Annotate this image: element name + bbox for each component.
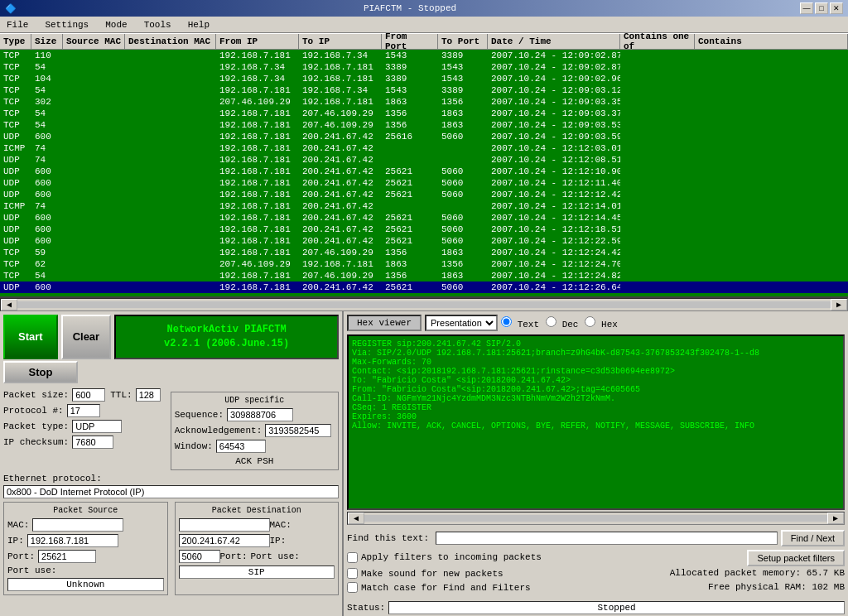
radio-dec[interactable] [546,316,556,327]
match-case-checkbox[interactable] [347,582,358,593]
close-button[interactable]: ✕ [830,2,843,14]
app-info-box: NetworkActiv PIAFCTM v2.2.1 (2006.June.1… [114,315,339,359]
col-src-mac: Source MAC [63,34,125,49]
col-type: Type [0,34,31,49]
packet-size-value[interactable] [72,388,105,402]
packet-type-value[interactable] [72,420,122,433]
table-row[interactable]: ICMP74192.168.7.181200.241.67.422007.10.… [0,142,848,154]
menu-mode[interactable]: Mode [102,19,130,31]
window-value[interactable] [216,440,266,453]
table-row[interactable]: UDP600192.168.7.181200.241.67.4225621506… [0,282,848,293]
src-mac-row: MAC: [7,518,164,532]
table-row[interactable]: TCP54192.168.7.181207.46.109.29135618632… [0,119,848,131]
table-row[interactable]: TCP104192.168.7.34192.168.7.181338915432… [0,73,848,84]
stop-button[interactable]: Stop [3,361,78,383]
sequence-value[interactable] [227,408,293,421]
ethernet-protocol-section: Ethernet protocol: [3,474,339,498]
src-portuse-value: Unknown [7,578,164,591]
menu-help[interactable]: Help [185,19,213,31]
col-to-ip: To IP [299,34,382,49]
dst-mac-row: MAC: [179,518,335,532]
ttl-value[interactable] [136,388,161,402]
status-bar: Status: Stopped [347,601,845,614]
dst-port-input[interactable] [179,550,220,563]
sequence-row: Sequence: [175,408,335,421]
table-row[interactable]: UDP600192.168.7.181200.241.67.4225621506… [0,189,848,200]
dst-mac-label: MAC: [270,520,292,530]
checkbox-row-1: Apply filters to incoming packets Setup … [347,550,845,566]
src-ip-input[interactable] [27,534,118,547]
menu-settings[interactable]: Settings [41,19,92,31]
match-case-label: Match case for Find and Filters [361,583,531,593]
find-next-button[interactable]: Find / Next [781,530,845,546]
table-row[interactable]: TCP54192.168.7.181192.168.7.341543338920… [0,84,848,96]
table-row[interactable]: UDP600192.168.7.181200.241.67.4225621506… [0,212,848,224]
table-row[interactable]: UDP600192.168.7.181200.241.67.4225616506… [0,131,848,142]
scroll-track[interactable] [17,301,831,308]
src-port-row: Port: [7,550,164,563]
apply-filters-checkbox[interactable] [347,552,358,563]
menu-file[interactable]: File [3,19,31,31]
table-row[interactable]: TCP54192.168.7.181207.46.109.29135618632… [0,270,848,282]
maximize-button[interactable]: □ [815,2,828,14]
protocol-row: Protocol #: [3,404,161,417]
packet-size-row: Packet size: TTL: [3,388,161,402]
dst-mac-input[interactable] [179,518,270,532]
eth-protocol-value[interactable] [3,485,339,498]
clear-button[interactable]: Clear [61,315,112,359]
packet-list[interactable]: TCP110192.168.7.181192.168.7.34154333892… [0,50,848,298]
radio-hex[interactable] [585,316,595,327]
menu-tools[interactable]: Tools [141,19,175,31]
hex-scrollbar[interactable]: ◀ ▶ [347,512,845,525]
packet-dest-title: Packet Destination [179,506,335,515]
dst-ip-input[interactable] [179,534,270,547]
col-to-port: To Port [438,34,488,49]
ack-label: Acknowledgement: [175,426,263,436]
packet-source-box: Packet Source MAC: IP: Port: Port use: U… [3,502,168,595]
hex-scroll-left[interactable]: ◀ [348,513,364,524]
title-bar-title: PIAFCTM - Stopped [364,3,456,13]
setup-filters-button[interactable]: Setup packet filters [747,550,845,566]
hex-scroll-right[interactable]: ▶ [827,513,844,524]
tab-hex-viewer[interactable]: Hex viewer [347,315,422,331]
radio-dec-label[interactable]: Dec [546,316,578,330]
menu-bar: File Settings Mode Tools Help [0,17,848,33]
table-row[interactable]: ICMP74192.168.7.181200.241.67.422007.10.… [0,200,848,212]
button-row-1: Start Clear NetworkActiv PIAFCTM v2.2.1 … [3,315,339,359]
radio-text-label[interactable]: Text [501,316,539,330]
table-row[interactable]: TCP62207.46.109.29192.168.7.181186313562… [0,258,848,270]
table-row[interactable]: UDP600192.168.7.181200.241.67.4225621506… [0,235,848,247]
table-row[interactable]: UDP74192.168.7.181200.241.67.422007.10.2… [0,154,848,166]
make-sound-checkbox[interactable] [347,568,358,579]
table-row[interactable]: UDP600192.168.7.181200.241.67.4225621506… [0,166,848,177]
src-mac-input[interactable] [32,518,123,532]
protocol-value[interactable] [67,404,100,417]
scroll-right-btn[interactable]: ▶ [831,299,847,310]
table-row[interactable]: TCP110192.168.7.181192.168.7.34154333892… [0,50,848,61]
ack-value[interactable] [265,424,331,437]
packet-list-scrollbar[interactable]: ◀ ▶ [0,298,848,311]
find-input[interactable] [436,532,778,545]
table-row[interactable]: TCP54192.168.7.34192.168.7.1813389154320… [0,61,848,73]
start-button[interactable]: Start [3,315,58,359]
table-row[interactable]: TCP59192.168.7.181207.46.109.29135618632… [0,247,848,258]
src-mac-label: MAC: [7,520,29,530]
table-row[interactable]: UDP600192.168.7.181200.241.67.4225621506… [0,224,848,235]
presentation-select[interactable]: Presentation [425,315,498,331]
status-value: Stopped [388,601,845,614]
scroll-left-btn[interactable]: ◀ [1,299,17,310]
udp-title: UDP specific [175,396,335,405]
protocol-label: Protocol #: [3,406,64,416]
radio-text[interactable] [501,316,512,327]
table-row[interactable]: UDP600192.168.7.181200.241.67.4225621506… [0,177,848,189]
src-port-label: Port: [7,551,35,561]
table-row[interactable]: TCP302207.46.109.29192.168.7.18118631356… [0,96,848,108]
hex-viewer-content: REGISTER sip:200.241.67.42 SIP/2.0 Via: … [347,334,845,510]
minimize-button[interactable]: — [800,2,813,14]
hex-scroll-track[interactable] [364,515,827,522]
table-row[interactable]: TCP54192.168.7.181207.46.109.29135618632… [0,108,848,119]
match-case-row: Match case for Find and Filters [347,582,531,593]
src-port-input[interactable] [38,550,96,563]
radio-hex-label[interactable]: Hex [585,316,617,330]
ip-checksum-value[interactable] [72,436,113,449]
